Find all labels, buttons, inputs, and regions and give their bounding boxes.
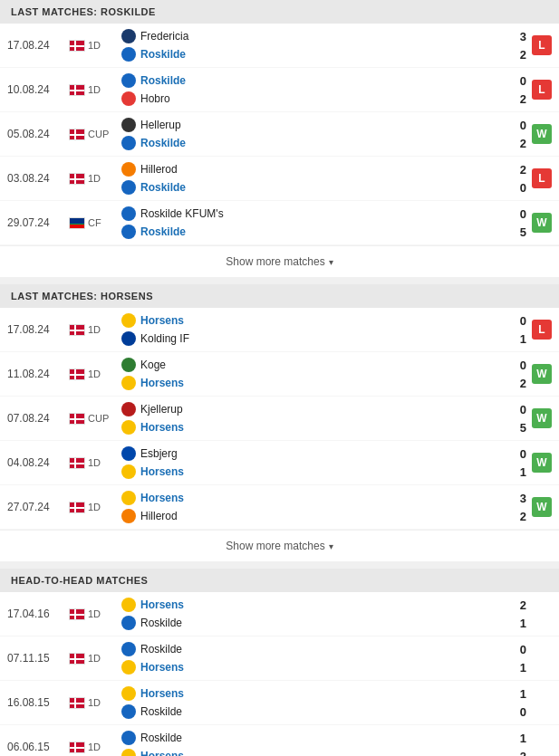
match-row: 07.08.24CUPKjellerupHorsens05W [0, 397, 559, 441]
horsens-logo-icon [121, 420, 136, 435]
chevron-down-icon: ▾ [329, 541, 333, 551]
match-date: 06.06.15 [7, 741, 69, 753]
match-date: 11.08.24 [7, 368, 69, 380]
result-badge: L [532, 168, 552, 188]
team-name: Roskilde [140, 225, 186, 238]
score-value: 2 [520, 160, 526, 178]
team-row: Horsens [121, 747, 506, 756]
teams-col: HellerupRoskilde [116, 116, 506, 152]
kjellerup-logo-icon [121, 402, 136, 416]
league-label: CUP [88, 129, 109, 139]
roskilde-logo-icon [121, 225, 136, 239]
team-row: Koge [121, 356, 506, 374]
match-date: 27.07.24 [7, 501, 69, 513]
match-date: 07.11.15 [7, 652, 69, 665]
league-label: 1D [88, 40, 101, 51]
score-value: 0 [520, 445, 526, 463]
team-name: Horsens [140, 687, 184, 700]
roskilde-logo-icon [121, 73, 136, 88]
team-name: Hillerod [140, 510, 178, 522]
team-name: Horsens [140, 314, 184, 327]
dk-flag-icon [69, 413, 85, 425]
score-value: 2 [520, 596, 526, 614]
league-label: 1D [88, 457, 101, 468]
team-row: Horsens [121, 596, 506, 614]
match-row: 10.08.241DRoskildeHobro02L [0, 68, 559, 112]
roskilde-logo-icon [121, 616, 136, 630]
flag-league: 1D [69, 84, 116, 96]
league-label: 1D [88, 697, 101, 708]
dk-flag-icon [69, 502, 85, 513]
team-name: Horsens [140, 661, 184, 674]
flag-league: 1D [69, 368, 116, 380]
score-value: 0 [520, 640, 526, 658]
team-name: Roskilde [140, 181, 186, 194]
match-date: 17.08.24 [7, 39, 69, 52]
team-name: Horsens [140, 465, 184, 478]
dk-flag-icon [69, 40, 85, 52]
team-row: Roskilde [121, 729, 506, 747]
dk-flag-icon [69, 368, 85, 380]
score-value: 0 [520, 400, 526, 418]
league-label: 1D [88, 368, 101, 379]
score-value: 3 [520, 27, 526, 45]
score-col: 32 [506, 489, 532, 525]
teams-col: FredericiaRoskilde [116, 27, 506, 63]
league-label: 1D [88, 653, 101, 664]
score-col: 01 [506, 640, 532, 676]
team-row: Roskilde [121, 72, 506, 90]
team-row: Horsens [121, 463, 506, 481]
team-name: Horsens [140, 421, 184, 434]
dk-flag-icon [69, 457, 85, 469]
match-row: 11.08.241DKogeHorsens02W [0, 352, 559, 397]
team-name: Roskilde [140, 617, 182, 629]
team-name: Hobro [140, 92, 170, 105]
roskilde-logo-icon [121, 136, 136, 150]
show-more-label: Show more matches [226, 255, 324, 268]
team-row: Hobro [121, 90, 506, 108]
score-value: 0 [520, 116, 526, 134]
teams-col: HorsensRoskilde [116, 684, 506, 721]
team-name: Esbjerg [140, 447, 178, 460]
team-row: Roskilde [121, 703, 506, 721]
team-row: Horsens [121, 489, 506, 507]
section-header: HEAD-TO-HEAD MATCHES [0, 569, 559, 592]
team-name: Roskilde [140, 732, 182, 744]
team-row: Kjellerup [121, 400, 506, 418]
team-row: Horsens [121, 658, 506, 676]
flag-league: 1D [69, 502, 116, 513]
matches-section: HEAD-TO-HEAD MATCHES17.04.161DHorsensRos… [0, 569, 559, 756]
league-label: 1D [88, 324, 101, 335]
team-name: Roskilde [140, 643, 182, 656]
team-name: Roskilde [140, 137, 186, 149]
horsens-logo-icon [121, 598, 136, 612]
flag-league: 1D [69, 697, 116, 709]
chevron-down-icon: ▾ [329, 257, 333, 267]
horsens-logo-icon [121, 376, 136, 390]
team-name: Roskilde [140, 705, 182, 718]
hobro-logo-icon [121, 91, 136, 106]
roskilde-logo-icon [121, 47, 136, 62]
team-name: Roskilde [140, 48, 186, 61]
team-row: Horsens [121, 311, 506, 330]
league-label: 1D [88, 608, 101, 619]
match-date: 05.08.24 [7, 128, 69, 140]
show-more-button[interactable]: Show more matches ▾ [0, 245, 559, 277]
match-row: 16.08.151DHorsensRoskilde10 [0, 681, 559, 725]
dk-flag-icon [69, 129, 85, 140]
result-badge: L [532, 35, 552, 55]
league-label: 1D [88, 742, 101, 752]
league-label: 1D [88, 84, 101, 95]
teams-col: RoskildeHorsens [116, 640, 506, 676]
show-more-button[interactable]: Show more matches ▾ [0, 530, 559, 561]
result-badge: L [532, 80, 552, 100]
teams-col: HorsensKolding IF [116, 311, 506, 348]
score-value: 0 [520, 703, 526, 721]
horsens-logo-icon [121, 686, 136, 701]
team-row: Hillerod [121, 507, 506, 525]
match-row: 03.08.241DHillerodRoskilde20L [0, 157, 559, 201]
teams-col: HorsensHillerod [116, 489, 506, 525]
score-value: 1 [520, 330, 526, 348]
score-col: 05 [506, 400, 532, 436]
flag-league: 1D [69, 457, 116, 469]
